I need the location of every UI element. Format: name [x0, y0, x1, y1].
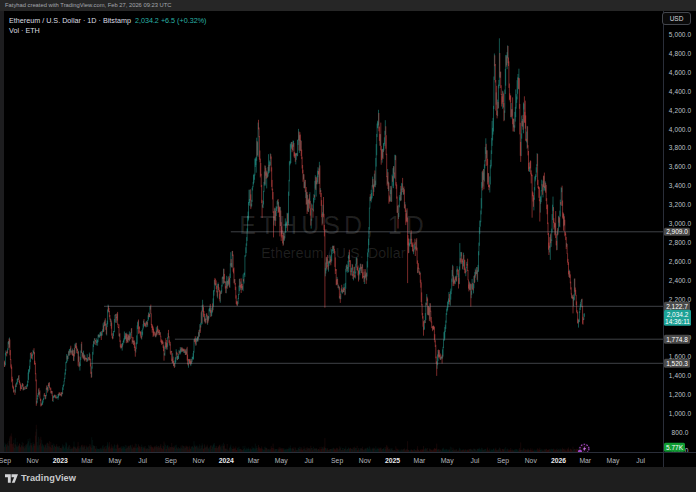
price-tick-label: 4,000.0 [664, 125, 696, 132]
price-tick-label: 3,200.0 [664, 201, 696, 208]
legend-interval[interactable]: 1D [87, 16, 96, 25]
time-tick-label: Jul [305, 457, 314, 464]
legend-volume-row[interactable]: Vol · ETH [9, 26, 206, 35]
price-tick-label: 1,000.0 [664, 409, 696, 416]
price-axis[interactable]: 5,000.04,800.04,600.04,400.04,200.04,000… [663, 11, 696, 452]
legend-symbol[interactable]: Ethereum / U.S. Dollar [9, 16, 81, 25]
price-tick-label: 2,400.0 [664, 277, 696, 284]
price-tick-label: 3,800.0 [664, 144, 696, 151]
last-price-badge: 2,034.214:36:11 [664, 309, 691, 326]
legend-symbol-row[interactable]: Ethereum / U.S. Dollar · 1D · Bitstamp 2… [9, 16, 206, 25]
price-tick-label: 2,600.0 [664, 258, 696, 265]
legend[interactable]: Ethereum / U.S. Dollar · 1D · Bitstamp 2… [9, 16, 206, 35]
price-tick-label: 4,400.0 [664, 87, 696, 94]
time-tick-label: Sep [497, 457, 509, 464]
time-tick-label: Mar [248, 457, 260, 464]
price-level-badge: 1,774.8 [664, 335, 690, 344]
candlestick-plot[interactable] [0, 0, 696, 492]
left-gutter [0, 11, 4, 468]
price-level-badge: 1,520.3 [664, 359, 690, 368]
time-tick-label: Nov [525, 457, 537, 464]
legend-exchange[interactable]: Bitstamp [103, 16, 131, 25]
bar-countdown: 14:36:11 [664, 317, 691, 324]
price-tick-label: 1,200.0 [664, 390, 696, 397]
price-tick-label: 4,800.0 [664, 49, 696, 56]
legend-last-price: 2,034.2 [135, 16, 159, 25]
price-tick-label: 3,600.0 [664, 163, 696, 170]
tradingview-snapshot: Fatyhad created with TradingView.com, Fe… [0, 0, 696, 492]
time-tick-label: May [607, 457, 620, 464]
volume-value-badge: 5.77K [664, 443, 685, 452]
legend-separator: · [99, 16, 101, 25]
time-tick-label: May [275, 457, 288, 464]
volume-down-bars [5, 425, 584, 452]
time-tick-label: Mar [414, 457, 426, 464]
time-tick-label: Nov [27, 457, 39, 464]
tradingview-logo-icon[interactable] [5, 474, 18, 483]
price-tick-label: 800.0 [664, 428, 696, 435]
time-tick-label: 2026 [551, 457, 566, 464]
time-tick-label: Sep [165, 457, 177, 464]
time-tick-label: 2024 [219, 457, 234, 464]
time-tick-label: Jul [470, 457, 479, 464]
time-tick-label: Mar [579, 457, 591, 464]
up-candles [4, 38, 584, 405]
price-tick-label: 3,000.0 [664, 220, 696, 227]
price-tick-label: 3,400.0 [664, 182, 696, 189]
time-tick-label: Jul [636, 457, 645, 464]
price-tick-label: 5,000.0 [664, 30, 696, 37]
time-tick-label: Nov [192, 457, 204, 464]
axis-corner-separator [663, 452, 664, 467]
legend-separator: · [83, 16, 85, 25]
price-tick-label: 4,600.0 [664, 68, 696, 75]
price-tick-label: 1,400.0 [664, 371, 696, 378]
time-tick-label: 2023 [53, 457, 68, 464]
tradingview-brand-text[interactable]: TradingView [21, 473, 76, 483]
price-tick-label: 4,200.0 [664, 106, 696, 113]
price-level-badge: 2,909.0 [664, 228, 690, 237]
legend-change: +6.5 (+0.32%) [161, 16, 207, 25]
time-tick-label: Nov [359, 457, 371, 464]
time-tick-label: Mar [81, 457, 93, 464]
time-tick-label: Sep [0, 457, 11, 464]
time-tick-label: Jul [138, 457, 147, 464]
time-tick-label: Sep [331, 457, 343, 464]
currency-toggle-button[interactable]: USD [662, 12, 691, 25]
time-axis[interactable]: SepNov2023MarMayJulSepNov2024MarMayJulSe… [0, 452, 696, 468]
last-price-value: 2,034.2 [664, 310, 691, 317]
time-tick-label: 2025 [385, 457, 400, 464]
time-tick-label: May [108, 457, 121, 464]
footer-bar: TradingView [0, 467, 696, 492]
price-tick-label: 2,800.0 [664, 239, 696, 246]
time-tick-label: May [441, 457, 454, 464]
